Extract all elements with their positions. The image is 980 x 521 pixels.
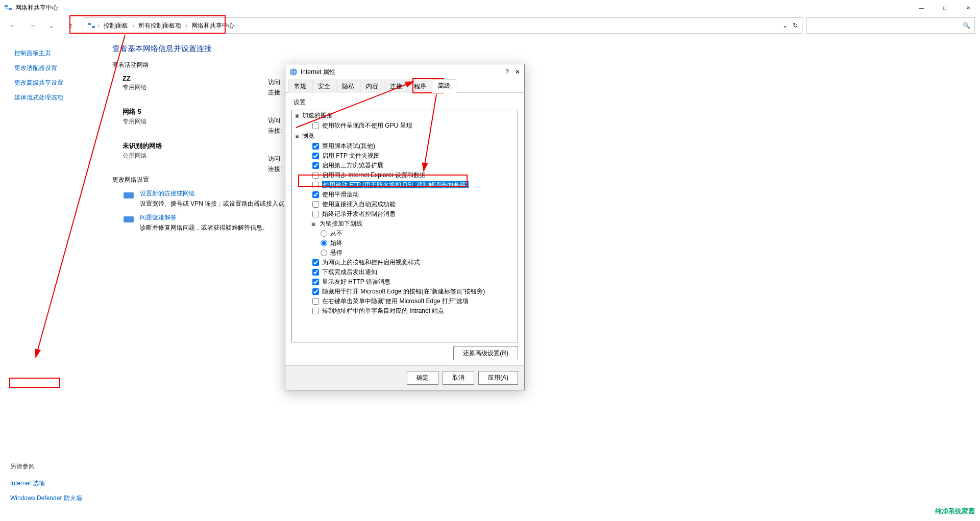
tree-checkbox-item[interactable]: 使用直接插入自动完成功能 <box>292 200 518 209</box>
help-button[interactable]: ? <box>505 68 509 76</box>
tree-checkbox-item[interactable]: 启用 FTP 文件夹视图 <box>292 151 518 161</box>
tree-group[interactable]: ▣加速的图形 <box>292 110 518 121</box>
svg-rect-4 <box>124 192 134 199</box>
tree-checkbox-item[interactable]: 使用被动 FTP (用于防火墙和 DSL 调制解调器的兼容) <box>292 180 518 190</box>
back-button[interactable]: ← <box>5 18 20 33</box>
tree-item-label: 禁用脚本调试(其他) <box>322 142 375 151</box>
minimize-button[interactable]: — <box>910 0 933 15</box>
tree-checkbox-item[interactable]: 使用软件呈现而不使用 GPU 呈现 <box>292 121 518 131</box>
checkbox[interactable] <box>312 211 319 217</box>
tree-radio-item[interactable]: 悬停 <box>292 248 518 258</box>
settings-tree[interactable]: ▣加速的图形使用软件呈现而不使用 GPU 呈现▣浏览禁用脚本调试(其他)启用 F… <box>291 110 518 342</box>
tree-item-label: 隐藏用于打开 Microsoft Edge 的按钮(在"新建标签页"按钮旁) <box>322 287 485 296</box>
checkbox[interactable] <box>312 259 319 266</box>
breadcrumb-separator: › <box>97 22 100 29</box>
tree-checkbox-item[interactable]: 始终记录开发者控制台消息 <box>292 209 518 219</box>
chevron-down-icon[interactable]: ⌄ <box>782 22 788 29</box>
checkbox[interactable] <box>312 122 319 129</box>
network-icon <box>4 4 12 12</box>
task-link[interactable]: 设置新的连接或网络 <box>140 189 290 198</box>
svg-rect-2 <box>88 23 91 25</box>
tree-checkbox-item[interactable]: 为网页上的按钮和控件启用视觉样式 <box>292 258 518 267</box>
checkbox[interactable] <box>312 269 319 276</box>
tab-高级[interactable]: 高级 <box>432 79 456 93</box>
forward-button[interactable]: → <box>24 18 40 33</box>
tree-radio-item[interactable]: 从不 <box>292 229 518 238</box>
chevron-down-icon[interactable]: ⌄ <box>44 18 59 33</box>
tree-item-label: 从不 <box>330 229 342 238</box>
checkbox[interactable] <box>312 191 319 198</box>
tree-item-label: 启用第三方浏览器扩展 <box>322 161 383 170</box>
tab-连接[interactable]: 连接 <box>384 80 408 93</box>
tab-常规[interactable]: 常规 <box>288 80 312 93</box>
checkbox[interactable] <box>312 201 319 208</box>
checkbox[interactable] <box>312 143 319 150</box>
network-item: 网络 5 专用网络 <box>122 107 980 126</box>
ok-button[interactable]: 确定 <box>407 371 438 385</box>
expand-icon[interactable]: ▣ <box>295 113 300 118</box>
maximize-button[interactable]: □ <box>933 0 957 15</box>
sidebar-internet-options[interactable]: Internet 选项 <box>10 476 82 491</box>
tree-checkbox-item[interactable]: 使用平滑滚动 <box>292 190 518 200</box>
tree-checkbox-item[interactable]: 显示友好 HTTP 错误消息 <box>292 277 518 287</box>
checkbox[interactable] <box>312 153 319 159</box>
radio[interactable] <box>321 230 327 237</box>
tab-隐私[interactable]: 隐私 <box>336 80 360 93</box>
apply-button[interactable]: 应用(A) <box>478 371 518 385</box>
task-link[interactable]: 问题疑难解答 <box>140 213 268 222</box>
restore-defaults-button[interactable]: 还原高级设置(R) <box>453 346 518 360</box>
tree-item-label: 在右键单击菜单中隐藏"使用 Microsoft Edge 打开"选项 <box>322 297 469 306</box>
up-button[interactable]: ↑ <box>63 18 79 33</box>
tree-radio-item[interactable]: 始终 <box>292 238 518 248</box>
connection-label: 连接: <box>268 165 282 173</box>
breadcrumb-all-items[interactable]: 所有控制面板项 <box>136 20 183 31</box>
sidebar-media-streaming[interactable]: 媒体流式处理选项 <box>14 90 107 105</box>
tree-checkbox-item[interactable]: 启用同步 Internet Explorer 设置和数据 <box>292 170 518 180</box>
expand-icon[interactable]: ▣ <box>295 134 300 139</box>
tree-checkbox-item[interactable]: 在右键单击菜单中隐藏"使用 Microsoft Edge 打开"选项 <box>292 296 518 306</box>
breadcrumb-control-panel[interactable]: 控制面板 <box>102 20 130 31</box>
tab-程序[interactable]: 程序 <box>408 80 432 93</box>
dialog-close-button[interactable]: ✕ <box>515 68 520 76</box>
task-item: 设置新的连接或网络 设置宽带、拨号或 VPN 连接；或设置路由器或接入点。 <box>112 189 980 208</box>
checkbox[interactable] <box>312 279 319 285</box>
change-settings-heading: 更改网络设置 <box>112 176 980 184</box>
tree-checkbox-item[interactable]: 启用第三方浏览器扩展 <box>292 161 518 170</box>
breadcrumb-network-center[interactable]: 网络和共享中心 <box>189 20 236 31</box>
tab-安全[interactable]: 安全 <box>312 80 336 93</box>
checkbox[interactable] <box>312 182 319 188</box>
tree-item-label: 使用软件呈现而不使用 GPU 呈现 <box>322 121 412 130</box>
tree-item-label: 使用平滑滚动 <box>322 190 359 199</box>
checkbox[interactable] <box>312 308 319 314</box>
radio[interactable] <box>321 240 327 246</box>
content-panel: 查看基本网络信息并设置连接 查看活动网络 ZZ 专用网络网络 5 专用网络未识别… <box>107 36 980 521</box>
sidebar-adapter-settings[interactable]: 更改适配器设置 <box>14 61 107 76</box>
tree-group[interactable]: ▣浏览 <box>292 131 518 141</box>
cancel-button[interactable]: 取消 <box>443 371 474 385</box>
tree-checkbox-item[interactable]: 禁用脚本调试(其他) <box>292 141 518 151</box>
navigation-bar: ← → ⌄ ↑ › 控制面板 › 所有控制面板项 › 网络和共享中心 ⌄ ↻ 🔍 <box>0 15 980 36</box>
sidebar-defender-firewall[interactable]: Windows Defender 防火墙 <box>10 491 82 506</box>
sidebar-advanced-sharing[interactable]: 更改高级共享设置 <box>14 76 107 90</box>
tree-checkbox-item[interactable]: 转到地址栏中的单字条目对应的 Intranet 站点 <box>292 306 518 316</box>
radio[interactable] <box>321 250 327 256</box>
network-name: ZZ <box>122 75 980 82</box>
tree-checkbox-item[interactable]: 隐藏用于打开 Microsoft Edge 的按钮(在"新建标签页"按钮旁) <box>292 287 518 296</box>
refresh-button[interactable]: ↻ <box>793 22 798 29</box>
close-button[interactable]: ✕ <box>957 0 980 15</box>
sidebar-control-panel-home[interactable]: 控制面板主页 <box>14 46 107 61</box>
expand-icon[interactable]: ▣ <box>311 221 316 227</box>
tree-subgroup[interactable]: ▣为链接加下划线 <box>292 219 518 229</box>
globe-icon <box>289 68 298 76</box>
search-box[interactable]: 🔍 <box>806 17 975 34</box>
checkbox[interactable] <box>312 298 319 305</box>
tab-内容[interactable]: 内容 <box>360 80 384 93</box>
dialog-tabs: 常规安全隐私内容连接程序高级 <box>285 80 524 93</box>
checkbox[interactable] <box>312 288 319 295</box>
address-bar[interactable]: › 控制面板 › 所有控制面板项 › 网络和共享中心 ⌄ ↻ <box>83 17 802 34</box>
tree-checkbox-item[interactable]: 下载完成后发出通知 <box>292 267 518 277</box>
network-type: 专用网络 <box>122 117 980 126</box>
connection-icon <box>122 189 135 202</box>
checkbox[interactable] <box>312 172 319 179</box>
checkbox[interactable] <box>312 162 319 169</box>
